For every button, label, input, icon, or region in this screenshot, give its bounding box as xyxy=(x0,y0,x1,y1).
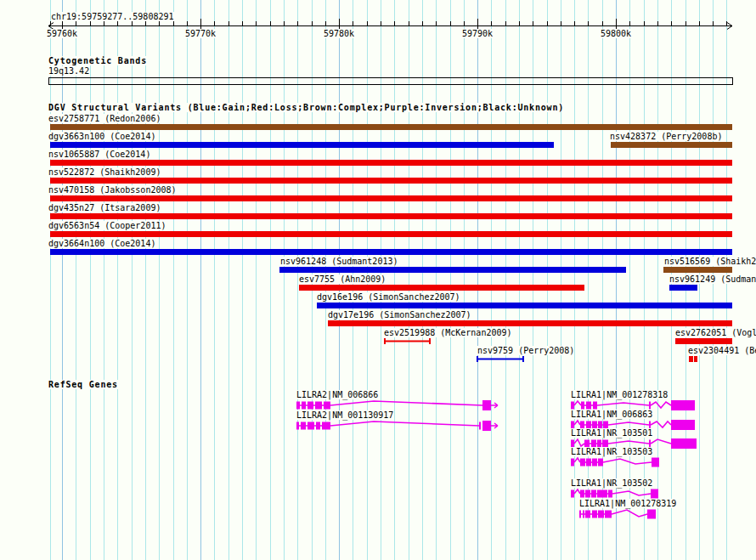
gene-lilra2-nm-006866-exon[interactable] xyxy=(482,400,491,410)
gene-lilra1-nr-103502-exon[interactable] xyxy=(602,490,607,498)
variant-label-esv2519988[interactable]: esv2519988 (McKernan2009) xyxy=(384,328,512,337)
gene-lilra1-nm-001278319-label[interactable]: LILRA1|NM_001278319 xyxy=(579,499,676,508)
gene-lilra1-nr-103501-intron[interactable] xyxy=(574,439,584,446)
gene-lilra1-nr-103503-exon[interactable] xyxy=(586,459,591,467)
variant-label-dgv17e196[interactable]: dgv17e196 (SimonSanchez2007) xyxy=(328,310,471,320)
gene-lilra2-nm-001130917-exon[interactable] xyxy=(301,422,306,430)
gene-lilra2-nm-001130917-exon[interactable] xyxy=(479,422,481,430)
gene-lilra1-nm-006863-exon[interactable] xyxy=(671,420,695,430)
variant-bar-nsv428372[interactable] xyxy=(611,142,732,148)
gene-lilra2-nm-006866-exon[interactable] xyxy=(296,402,300,410)
gene-lilra1-nr-103502-exon[interactable] xyxy=(585,490,590,498)
gene-lilra1-nr-103503-intron[interactable] xyxy=(574,458,580,462)
variant-label-dgv6563n54[interactable]: dgv6563n54 (Cooper2011) xyxy=(48,221,166,230)
variant-label-nsv1065887[interactable]: nsv1065887 (Coe2014) xyxy=(48,150,150,159)
gene-lilra1-nr-103502-label[interactable]: LILRA1|NR_103502 xyxy=(571,478,652,488)
gene-lilra1-nm-001278318-exon[interactable] xyxy=(671,400,695,410)
gene-lilra1-nm-001278319-exon[interactable] xyxy=(583,511,584,518)
variant-bar-esv7755[interactable] xyxy=(299,285,584,291)
variant-bar-nsv961248[interactable] xyxy=(279,267,626,273)
gene-lilra1-nm-001278318-exon[interactable] xyxy=(571,402,574,410)
gene-lilra1-nr-103503-exon[interactable] xyxy=(571,459,574,467)
gene-lilra1-nr-103503-exon[interactable] xyxy=(592,459,597,467)
variant-label-nsv516569[interactable]: nsv516569 (Shaikh2 xyxy=(664,257,756,266)
ruler-tick-label: 59800k xyxy=(601,29,631,38)
variant-bar-esv2762051[interactable] xyxy=(675,338,732,344)
variant-label-nsv522872[interactable]: nsv522872 (Shaikh2009) xyxy=(48,167,161,177)
variant-label-nsv470158[interactable]: nsv470158 (Jakobsson2008) xyxy=(48,185,177,195)
gene-lilra2-nm-006866-exon[interactable] xyxy=(315,402,322,410)
gene-lilra1-nm-001278319-exon[interactable] xyxy=(605,511,612,518)
variant-bar-nsv522872[interactable] xyxy=(50,178,732,184)
gene-lilra1-nm-006863-intron[interactable] xyxy=(574,421,580,425)
variant-bar-dgv3664n100[interactable] xyxy=(50,249,732,255)
gene-lilra1-nm-006863-label[interactable]: LILRA1|NM_006863 xyxy=(571,410,652,419)
gene-lilra1-nr-103501-intron[interactable] xyxy=(608,441,649,444)
gene-lilra1-nm-006863-intron[interactable] xyxy=(651,421,671,427)
variant-label-dgv16e196[interactable]: dgv16e196 (SimonSanchez2007) xyxy=(317,292,460,302)
variant-bar-dgv3663n100[interactable] xyxy=(50,142,554,148)
gene-lilra2-nm-001130917-label[interactable]: LILRA2|NM_001130917 xyxy=(296,410,393,420)
ruler-tick-label: 59780k xyxy=(324,29,354,38)
gene-lilra1-nr-103503-exon[interactable] xyxy=(652,458,659,467)
gene-lilra1-nr-103501-exon[interactable] xyxy=(671,438,697,449)
variant-label-esv7755[interactable]: esv7755 (Ahn2009) xyxy=(299,274,386,284)
gene-lilra1-nr-103502-exon[interactable] xyxy=(591,490,596,498)
gene-lilra1-nm-001278319-exon[interactable] xyxy=(585,511,590,518)
gene-lilra1-nm-001278318-exon[interactable] xyxy=(586,402,591,410)
gene-lilra2-nm-001130917-exon[interactable] xyxy=(307,422,314,430)
gene-lilra1-nm-001278319-exon[interactable] xyxy=(579,511,581,518)
variant-label-esv2304491[interactable]: esv2304491 (Be xyxy=(688,346,756,355)
variant-bar-nsv1065887[interactable] xyxy=(50,160,732,166)
gene-lilra1-nm-001278318-label[interactable]: LILRA1|NM_001278318 xyxy=(571,390,668,399)
variant-bar-dgv6563n54[interactable] xyxy=(50,231,732,237)
variant-bar-nsv516569[interactable] xyxy=(663,267,732,273)
gene-lilra1-nr-103502-intron[interactable] xyxy=(574,489,580,494)
variant-bar-nsv961249[interactable] xyxy=(669,285,697,291)
gene-lilra1-nm-001278318-exon[interactable] xyxy=(581,402,584,410)
gene-lilra2-nm-001130917-exon[interactable] xyxy=(322,422,330,430)
variant-label-dgv435n27[interactable]: dgv435n27 (Itsara2009) xyxy=(48,203,161,212)
gene-lilra1-nm-001278318-exon[interactable] xyxy=(649,402,651,410)
gene-lilra1-nr-103502-exon[interactable] xyxy=(597,490,602,498)
variant-label-esv2762051[interactable]: esv2762051 (Vogl xyxy=(675,328,756,337)
gene-lilra1-nm-006863-intron[interactable] xyxy=(608,422,649,425)
gene-lilra2-nm-001130917-exon[interactable] xyxy=(316,422,320,430)
gene-lilra2-nm-006866-label[interactable]: LILRA2|NM_006866 xyxy=(296,390,378,399)
gene-lilra1-nm-001278318-intron[interactable] xyxy=(651,402,671,408)
variant-label-dgv3664n100[interactable]: dgv3664n100 (Coe2014) xyxy=(48,239,155,248)
gene-lilra1-nr-103502-exon[interactable] xyxy=(571,490,574,498)
gene-lilra2-nm-006866-exon[interactable] xyxy=(324,402,330,410)
variant-bar-dgv16e196[interactable] xyxy=(317,303,732,308)
gene-lilra1-nr-103502-exon[interactable] xyxy=(608,490,612,498)
variant-label-nsv428372[interactable]: nsv428372 (Perry2008b) xyxy=(610,132,722,141)
gene-lilra1-nr-103501-intron[interactable] xyxy=(651,439,671,444)
gene-lilra1-nm-001278318-exon[interactable] xyxy=(593,402,597,410)
gene-lilra1-nr-103502-intron[interactable] xyxy=(612,491,651,495)
gene-lilra2-nm-001130917-exon[interactable] xyxy=(482,421,491,431)
gene-lilra1-nr-103502-exon[interactable] xyxy=(580,490,584,498)
gene-lilra1-nm-001278318-intron[interactable] xyxy=(597,403,649,405)
gene-lilra2-nm-006866-exon[interactable] xyxy=(307,402,313,410)
gene-lilra2-nm-001130917-exon[interactable] xyxy=(296,422,299,430)
variant-label-nsv961248[interactable]: nsv961248 (Sudmant2013) xyxy=(280,257,398,266)
gene-lilra2-nm-006866-exon[interactable] xyxy=(302,402,306,410)
variant-bar-dgv17e196[interactable] xyxy=(328,320,732,326)
gene-lilra1-nm-001278319-exon[interactable] xyxy=(592,511,597,518)
gene-lilra1-nr-103503-exon[interactable] xyxy=(598,459,603,467)
variant-bar-esv2304491[interactable] xyxy=(689,356,693,362)
gene-lilra1-nm-001278319-exon[interactable] xyxy=(647,510,656,519)
variant-label-esv2758771[interactable]: esv2758771 (Redon2006) xyxy=(48,114,161,123)
gene-lilra1-nr-103502-exon[interactable] xyxy=(651,489,658,499)
gene-lilra1-nr-103503-label[interactable]: LILRA1|NR_103503 xyxy=(571,447,652,456)
gene-lilra1-nm-001278318-intron[interactable] xyxy=(574,401,581,405)
variant-bar-dgv435n27[interactable] xyxy=(50,213,732,219)
variant-label-nsv9759[interactable]: nsv9759 (Perry2008) xyxy=(477,346,574,355)
variant-bar-esv2758771[interactable] xyxy=(50,124,732,130)
gene-lilra1-nr-103501-label[interactable]: LILRA1|NR_103501 xyxy=(571,428,652,438)
gene-lilra1-nm-001278319-exon[interactable] xyxy=(598,511,604,518)
variant-bar-nsv470158[interactable] xyxy=(50,195,732,201)
variant-label-nsv961249[interactable]: nsv961249 (Sudman xyxy=(669,274,756,284)
gene-lilra1-nr-103503-exon[interactable] xyxy=(580,459,585,467)
variant-label-dgv3663n100[interactable]: dgv3663n100 (Coe2014) xyxy=(48,132,155,141)
